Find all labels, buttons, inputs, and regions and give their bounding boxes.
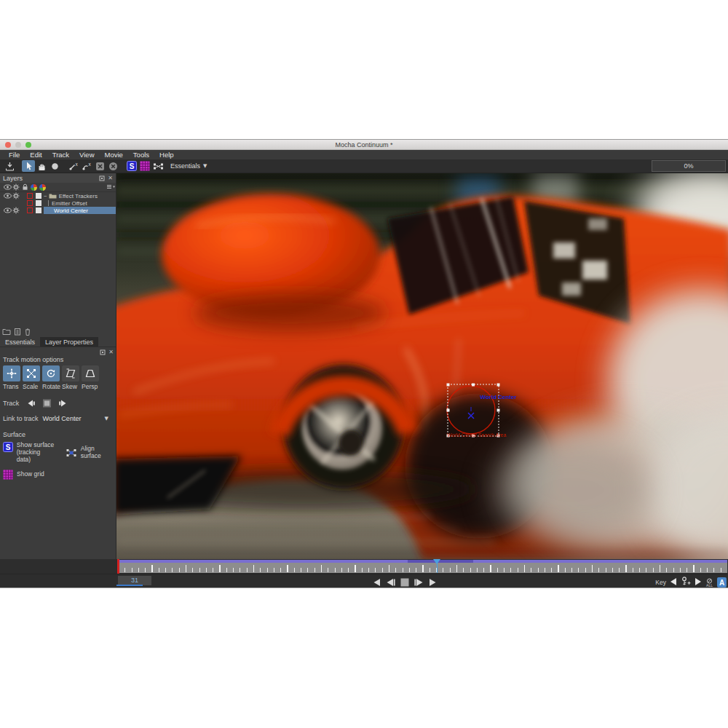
create-xspline-tool-button[interactable]: x <box>67 160 80 172</box>
pan-tool-button[interactable] <box>35 160 48 172</box>
create-bspline-tool-button[interactable]: x <box>80 160 93 172</box>
link-to-track-dropdown[interactable]: World Center <box>43 415 82 422</box>
progress-indicator: 0% <box>652 160 726 172</box>
menu-edit[interactable]: Edit <box>25 151 47 159</box>
visibility-column-eye-icon[interactable] <box>3 184 12 190</box>
show-grid-toggle[interactable]: Show grid <box>3 470 116 480</box>
add-keyframe-button[interactable] <box>681 576 691 589</box>
eye-icon[interactable] <box>3 207 12 213</box>
dock-panel-icon[interactable] <box>100 349 106 355</box>
show-surface-toggle[interactable]: S Show surface (tracking data) <box>3 442 55 463</box>
scale-toggle-button[interactable] <box>23 365 40 381</box>
stop-button[interactable] <box>400 577 409 590</box>
layers-list: − Effect Trackers Emitter Offset <box>0 183 116 337</box>
tab-essentials[interactable]: Essentials <box>0 337 40 347</box>
close-window-button[interactable] <box>5 142 11 148</box>
timeline-ruler[interactable] <box>116 559 728 574</box>
align-surface-button[interactable]: Align surface <box>66 442 116 463</box>
window-title: Mocha Continuum * <box>335 141 392 149</box>
circle-spline-tool-button[interactable] <box>106 160 119 172</box>
layer-color-swatch[interactable] <box>27 193 33 199</box>
zoom-tool-button[interactable] <box>48 160 61 172</box>
next-keyframe-button[interactable] <box>695 576 702 589</box>
select-tool-button[interactable] <box>22 160 35 172</box>
track-forwards-button[interactable] <box>58 399 68 408</box>
close-panel-icon[interactable]: ✕ <box>108 349 114 355</box>
menu-movie[interactable]: Movie <box>100 151 128 159</box>
layer-row-effect-trackers[interactable]: − Effect Trackers <box>0 192 116 199</box>
layer-row-world-center[interactable]: World Center <box>0 207 116 214</box>
menu-track[interactable]: Track <box>47 151 74 159</box>
process-column-gear-icon[interactable] <box>12 183 20 191</box>
track-backwards-icon <box>25 399 36 408</box>
previous-keyframe-button[interactable] <box>670 576 677 589</box>
rect-spline-tool-button[interactable] <box>93 160 106 172</box>
layer-color-swatch[interactable] <box>27 200 33 206</box>
minimize-window-button[interactable] <box>15 142 21 148</box>
tab-layer-properties[interactable]: Layer Properties <box>40 337 98 347</box>
layer-color-wheel-icon[interactable] <box>29 184 38 191</box>
workspace-preset-dropdown[interactable]: Essentials ▼ <box>170 162 207 170</box>
export-button[interactable] <box>3 160 16 172</box>
step-forwards-button[interactable] <box>414 577 424 590</box>
layer-name-selected[interactable]: World Center <box>54 207 88 214</box>
tracking-layer-label[interactable]: World Center <box>480 394 516 400</box>
timeline <box>0 559 728 574</box>
close-panel-icon[interactable]: ✕ <box>108 175 113 181</box>
play-forwards-button[interactable] <box>429 577 437 590</box>
matte-color-wheel-icon[interactable] <box>38 184 47 191</box>
video-frame <box>116 173 728 559</box>
menu-help[interactable]: Help <box>154 151 179 159</box>
playhead[interactable] <box>432 559 441 574</box>
svg-text:x: x <box>75 162 78 167</box>
layer-checkbox[interactable] <box>36 200 41 206</box>
gear-icon[interactable] <box>12 207 20 214</box>
track-motion-options-label: Track motion options <box>3 356 116 363</box>
surface-s-icon: S <box>127 161 137 171</box>
delete-layer-trash-icon[interactable] <box>24 328 31 336</box>
menu-view[interactable]: View <box>74 151 99 159</box>
layer-checkbox[interactable] <box>36 193 41 199</box>
chevron-down-icon[interactable]: ▼ <box>105 416 108 422</box>
align-surface-tool-button[interactable] <box>151 160 165 172</box>
show-surface-tool-button[interactable]: S <box>125 160 138 172</box>
zoom-window-button[interactable] <box>25 142 31 148</box>
shear-toggle-button[interactable] <box>62 365 79 381</box>
zoom-icon <box>51 162 59 170</box>
track-label: Track <box>3 400 19 407</box>
viewer-canvas[interactable]: World Center World Center Search Area <box>116 173 728 559</box>
eye-icon[interactable] <box>3 193 12 199</box>
show-grid-tool-button[interactable] <box>138 160 151 172</box>
stop-track-button[interactable] <box>42 399 52 408</box>
layer-row-emitter-offset[interactable]: Emitter Offset <box>0 199 116 207</box>
translation-toggle-button[interactable] <box>3 365 20 381</box>
layer-name[interactable]: Emitter Offset <box>52 200 87 207</box>
autokey-toggle-button[interactable]: A <box>717 577 727 587</box>
bspline-pen-icon: x <box>82 162 92 171</box>
layer-checkbox[interactable] <box>36 207 41 213</box>
step-backwards-button[interactable] <box>386 577 395 590</box>
export-icon <box>5 162 15 171</box>
dock-panel-icon[interactable] <box>99 175 105 181</box>
collapse-toggle[interactable]: − <box>44 193 47 199</box>
in-point-marker[interactable] <box>117 559 119 574</box>
rotation-toggle-button[interactable] <box>42 365 60 381</box>
track-backwards-button[interactable] <box>25 399 36 408</box>
gear-icon[interactable] <box>12 192 20 199</box>
layer-list-menu-icon[interactable] <box>106 184 116 190</box>
delete-all-keys-button[interactable]: ALL <box>705 578 713 587</box>
playback-controls <box>373 577 437 590</box>
perspective-toggle-button[interactable] <box>82 365 99 381</box>
duplicate-layer-icon[interactable] <box>14 328 21 336</box>
layer-name[interactable]: Effect Trackers <box>59 193 98 199</box>
lock-column-lock-icon[interactable] <box>20 183 29 191</box>
layer-color-swatch[interactable] <box>27 207 33 213</box>
new-layer-folder-icon[interactable] <box>2 328 11 336</box>
play-backwards-button[interactable] <box>373 577 381 590</box>
key-plus-icon <box>681 577 691 586</box>
frame-ruler[interactable] <box>118 563 727 573</box>
current-frame-field[interactable]: 31 <box>118 576 151 585</box>
menu-file[interactable]: File <box>4 151 25 159</box>
surface-s-icon: S <box>3 442 13 452</box>
menu-tools[interactable]: Tools <box>128 151 154 159</box>
